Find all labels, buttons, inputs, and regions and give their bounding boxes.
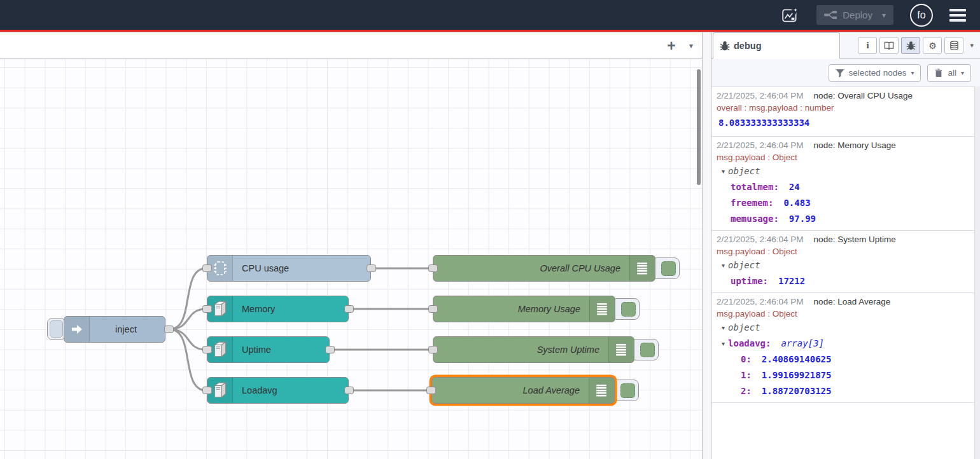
tab-context-button[interactable] — [944, 37, 963, 54]
inject-arrow-icon[interactable] — [64, 317, 90, 342]
tab-debug[interactable]: debug — [713, 32, 840, 59]
flow-sparkle-icon — [781, 6, 800, 25]
node-label: CPU usage — [233, 263, 289, 273]
filter-button[interactable]: selected nodes ▾ — [829, 64, 921, 82]
message-property-path: msg.payload : Object — [717, 308, 970, 320]
message-timestamp: 2/21/2025, 2:46:04 PM — [717, 233, 804, 245]
node-cpu-usage[interactable]: CPU usage — [207, 255, 371, 282]
flow-canvas[interactable]: inject CPU usage — [0, 59, 702, 459]
debug-message[interactable]: 2/21/2025, 2:46:04 PM node: Load Average… — [711, 293, 974, 403]
user-menu-button[interactable]: fo — [910, 4, 933, 27]
message-timestamp: 2/21/2025, 2:46:04 PM — [717, 90, 804, 102]
array-row[interactable]: ▾loadavg:array[3] — [717, 336, 970, 352]
wire[interactable] — [169, 329, 206, 350]
node-memory[interactable]: Memory — [207, 296, 349, 322]
node-debug-overall-cpu[interactable]: Overall CPU Usage — [433, 255, 655, 282]
sidebar-tabbar: debug i — [711, 32, 980, 59]
array-entry: 2:1.88720703125 — [717, 383, 970, 399]
message-property-path: msg.payload : Object — [717, 245, 970, 257]
port-input[interactable] — [202, 387, 212, 394]
panel-splitter[interactable] — [702, 32, 711, 459]
port-input[interactable] — [202, 264, 212, 272]
clear-label: all — [948, 68, 956, 78]
node-label: Uptime — [233, 345, 271, 355]
port-input[interactable] — [428, 264, 438, 272]
port-output[interactable] — [344, 305, 354, 313]
object-entry: freemem:0.483 — [717, 195, 970, 211]
deploy-button[interactable]: Deploy ▾ — [816, 5, 893, 25]
message-list-scrollbar[interactable] — [974, 86, 980, 459]
collapse-caret-icon[interactable]: ▾ — [722, 324, 725, 331]
deploy-label: Deploy — [843, 10, 872, 20]
header: Deploy ▾ fo — [0, 0, 980, 30]
debug-message-list: 2/21/2025, 2:46:04 PM node: Overall CPU … — [711, 86, 974, 459]
port-output[interactable] — [164, 325, 174, 333]
message-value: 8.083333333333334 — [717, 114, 970, 133]
debug-message[interactable]: 2/21/2025, 2:46:04 PM node: Overall CPU … — [711, 87, 974, 137]
port-input[interactable] — [202, 346, 212, 353]
debug-toggle-button[interactable] — [631, 339, 659, 360]
sidebar-options-caret-icon[interactable]: ▾ — [970, 41, 974, 50]
debug-toggle-button[interactable] — [612, 298, 640, 320]
node-inject[interactable]: inject — [64, 316, 165, 343]
debug-toggle-button[interactable] — [611, 380, 639, 401]
port-input[interactable] — [428, 305, 438, 313]
deploy-options-caret-icon[interactable]: ▾ — [882, 11, 886, 20]
debug-message-area: 2/21/2025, 2:46:04 PM node: Overall CPU … — [711, 86, 980, 459]
debug-list-icon — [608, 337, 634, 362]
node-label: System Uptime — [433, 345, 608, 355]
tab-config-button[interactable]: ⚙ — [923, 37, 942, 54]
workspace-tabbar: + ▾ — [0, 32, 702, 59]
node-debug-memory-usage[interactable]: Memory Usage — [433, 296, 615, 322]
main-menu-button[interactable] — [949, 9, 966, 22]
node-loadavg[interactable]: Loadavg — [207, 377, 349, 404]
node-debug-system-uptime[interactable]: System Uptime — [433, 336, 634, 363]
object-entry: memusage:97.99 — [717, 211, 970, 227]
inject-trigger-button[interactable] — [47, 318, 66, 340]
node-label: Loadavg — [233, 385, 277, 395]
debug-message[interactable]: 2/21/2025, 2:46:04 PM node: Memory Usage… — [711, 137, 974, 231]
port-output[interactable] — [344, 387, 354, 394]
canvas-vertical-scrollbar[interactable] — [697, 69, 701, 185]
port-input[interactable] — [426, 387, 436, 394]
workspace: + ▾ — [0, 32, 702, 459]
tab-debug-label: debug — [734, 41, 762, 51]
deploy-icon — [824, 10, 837, 20]
debug-list-icon — [589, 296, 615, 322]
object-row[interactable]: ▾object — [717, 320, 970, 336]
tab-info-button[interactable]: i — [858, 37, 877, 54]
node-label: Memory Usage — [433, 304, 589, 314]
object-entry: uptime:17212 — [717, 273, 970, 289]
debug-sidebar: debug i — [711, 32, 980, 459]
tab-debug-button[interactable] — [901, 37, 920, 54]
collapse-caret-icon[interactable]: ▾ — [722, 262, 725, 269]
clear-caret-icon: ▾ — [961, 69, 964, 76]
wire[interactable] — [169, 309, 206, 329]
node-red-app: Deploy ▾ fo + ▾ — [0, 0, 980, 459]
debug-message[interactable]: 2/21/2025, 2:46:04 PM node: System Uptim… — [711, 231, 974, 293]
message-node-name: node: Overall CPU Usage — [814, 90, 913, 102]
node-uptime[interactable]: Uptime — [207, 336, 330, 363]
debug-toggle-button[interactable] — [652, 257, 680, 279]
message-node-name: node: Memory Usage — [814, 139, 896, 151]
node-debug-load-average[interactable]: Load Average — [431, 377, 615, 404]
main-content: + ▾ — [0, 32, 980, 459]
collapse-caret-icon[interactable]: ▾ — [722, 340, 725, 347]
port-input[interactable] — [202, 305, 212, 313]
object-row[interactable]: ▾object — [717, 163, 970, 179]
collapse-caret-icon[interactable]: ▾ — [722, 168, 725, 175]
filter-caret-icon: ▾ — [911, 69, 914, 76]
message-timestamp: 2/21/2025, 2:46:04 PM — [717, 139, 804, 151]
add-flow-button[interactable]: + — [662, 37, 680, 55]
port-output[interactable] — [367, 264, 376, 272]
clear-messages-button[interactable]: all ▾ — [927, 64, 971, 82]
flow-list-caret-icon[interactable]: ▾ — [684, 40, 698, 51]
port-output[interactable] — [325, 346, 335, 353]
object-row[interactable]: ▾object — [717, 257, 970, 273]
tab-help-button[interactable] — [879, 37, 899, 54]
message-property-path: overall : msg.payload : number — [717, 102, 970, 114]
port-input[interactable] — [428, 346, 438, 353]
debug-list-icon — [629, 256, 655, 281]
assistant-button[interactable] — [781, 6, 800, 25]
info-icon: i — [866, 40, 869, 51]
